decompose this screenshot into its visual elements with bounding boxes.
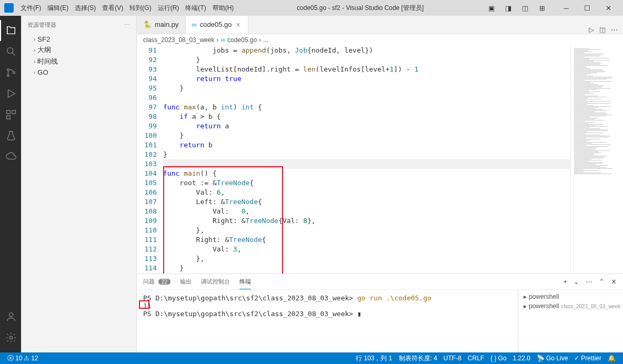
chevron-right-icon: › [34, 36, 35, 42]
python-file-icon: 🐍 [143, 21, 152, 28]
run-icon[interactable]: ▷ [589, 26, 594, 34]
svg-point-3 [13, 72, 15, 74]
status-encoding[interactable]: UTF-8 [440, 354, 465, 363]
tab-code05-go[interactable]: ∞ code05.go × [186, 16, 248, 34]
panel-tab-output[interactable]: 输出 [180, 275, 192, 289]
go-file-icon: ∞ [192, 21, 197, 28]
status-go-live[interactable]: 📡 Go Live [534, 354, 571, 363]
panel: 问题 22 输出 调试控制台 终端 + ⌄ ⋯ ⌃ ✕ PS D:\mysetu… [137, 274, 623, 352]
editor[interactable]: 9192939495969798991001011021031041051061… [137, 46, 623, 274]
panel-tab-debug[interactable]: 调试控制台 [201, 275, 230, 289]
vscode-icon [4, 3, 14, 13]
layout-sidebar-icon[interactable]: ◨ [501, 1, 516, 15]
svg-point-2 [7, 75, 9, 77]
account-icon[interactable] [0, 306, 21, 327]
menu-goto[interactable]: 转到(G) [127, 3, 154, 14]
chevron-right-icon: › [34, 47, 35, 53]
close-panel-icon[interactable]: ✕ [611, 278, 617, 286]
add-terminal-icon[interactable]: + [563, 278, 567, 286]
more-icon[interactable]: ⋯ [611, 26, 618, 34]
source-control-icon[interactable] [0, 62, 21, 83]
minimize-button[interactable]: ─ [556, 0, 577, 16]
chevron-right-icon: › [34, 69, 35, 75]
sidebar-title: 资源管理器 [27, 21, 56, 29]
menu-terminal[interactable]: 终端(T) [183, 3, 208, 14]
highlight-main-function [163, 166, 283, 274]
window-title: code05.go - sf2 - Visual Studio Code [管理… [236, 4, 484, 13]
breadcrumbs[interactable]: class_2023_08_03_week › ∞ code05.go › ..… [137, 34, 623, 46]
terminal[interactable]: PS D:\mysetup\gopath\src\sf2\class_2023_… [137, 290, 518, 352]
status-prettier[interactable]: ✓ Prettier [571, 354, 605, 363]
extensions-icon[interactable] [0, 104, 21, 125]
titlebar: 文件(F) 编辑(E) 选择(S) 查看(V) 转到(G) 运行(R) 终端(T… [0, 0, 623, 16]
activity-bar [0, 16, 21, 352]
close-button[interactable]: ✕ [598, 0, 619, 16]
chevron-down-icon[interactable]: ⌄ [574, 278, 579, 286]
statusbar: ⓧ 10 ⚠ 12 行 103，列 1 制表符长度: 4 UTF-8 CRLF … [0, 352, 623, 364]
settings-icon[interactable] [0, 327, 21, 348]
debug-icon[interactable] [0, 83, 21, 104]
maximize-button[interactable]: ☐ [577, 0, 598, 16]
tree-item-sf2[interactable]: ›SF2 [23, 34, 134, 44]
svg-rect-5 [12, 110, 15, 114]
terminal-item[interactable]: ▸powershell class_2023_08_03_week [520, 301, 621, 311]
layout-customize-icon[interactable]: ⊞ [535, 1, 549, 15]
menu-run[interactable]: 运行(R) [155, 3, 182, 14]
status-lang[interactable]: { } Go [487, 354, 509, 363]
chevron-right-icon: › [34, 59, 35, 65]
panel-tabs: 问题 22 输出 调试控制台 终端 + ⌄ ⋯ ⌃ ✕ [137, 274, 623, 290]
svg-point-0 [7, 48, 13, 54]
maximize-panel-icon[interactable]: ⌃ [599, 278, 605, 286]
status-line-col[interactable]: 行 103，列 1 [353, 354, 395, 363]
status-tab-size[interactable]: 制表符长度: 4 [396, 354, 440, 363]
tree-item-timeline[interactable]: ›时间线 [23, 56, 134, 67]
tab-label: main.py [155, 21, 179, 28]
layout-right-icon[interactable]: ◫ [518, 1, 532, 15]
explorer-icon[interactable] [0, 20, 21, 41]
tree-item-go[interactable]: ›GO [23, 67, 134, 77]
sidebar-header: 资源管理器 ⋯ [21, 16, 136, 34]
panel-tab-problems[interactable]: 问题 22 [143, 275, 170, 289]
search-icon[interactable] [0, 41, 21, 62]
menu-help[interactable]: 帮助(H) [210, 3, 237, 14]
status-errors[interactable]: ⓧ 10 ⚠ 12 [4, 354, 42, 363]
highlight-output [139, 300, 149, 309]
status-eol[interactable]: CRLF [465, 354, 487, 363]
tab-main-py[interactable]: 🐍 main.py [137, 16, 186, 34]
terminal-list: ▸powershell ▸powershell class_2023_08_03… [518, 290, 623, 352]
split-editor-icon[interactable]: ◫ [599, 26, 606, 34]
panel-tab-terminal[interactable]: 终端 [239, 275, 251, 289]
menubar: 文件(F) 编辑(E) 选择(S) 查看(V) 转到(G) 运行(R) 终端(T… [18, 3, 236, 14]
svg-point-1 [7, 69, 9, 71]
svg-rect-4 [7, 110, 10, 114]
tree-item-outline[interactable]: ›大纲 [23, 44, 134, 56]
terminal-item[interactable]: ▸powershell [520, 292, 621, 301]
editor-tabs: 🐍 main.py ∞ code05.go × ▷ ◫ ⋯ [137, 16, 623, 34]
tab-label: code05.go [200, 21, 232, 28]
sidebar: 资源管理器 ⋯ ›SF2 ›大纲 ›时间线 ›GO [21, 16, 137, 352]
svg-point-8 [9, 336, 13, 339]
menu-view[interactable]: 查看(V) [99, 3, 126, 14]
sidebar-more-icon[interactable]: ⋯ [124, 22, 130, 28]
svg-rect-6 [7, 116, 10, 119]
terminal-shell-icon: ▸ [524, 302, 527, 310]
testing-icon[interactable] [0, 125, 21, 146]
menu-file[interactable]: 文件(F) [18, 3, 44, 14]
minimap[interactable] [570, 46, 623, 274]
terminal-shell-icon: ▸ [524, 293, 527, 300]
status-go-version[interactable]: 1.22.0 [510, 354, 534, 363]
menu-select[interactable]: 选择(S) [72, 3, 98, 14]
more-icon[interactable]: ⋯ [586, 278, 592, 286]
menu-edit[interactable]: 编辑(E) [45, 3, 71, 14]
close-icon[interactable]: × [235, 21, 242, 29]
status-bell-icon[interactable]: 🔔 [605, 354, 619, 363]
layout-panel-icon[interactable]: ▣ [484, 1, 499, 15]
cloud-icon[interactable] [0, 146, 21, 167]
svg-point-7 [9, 313, 13, 317]
